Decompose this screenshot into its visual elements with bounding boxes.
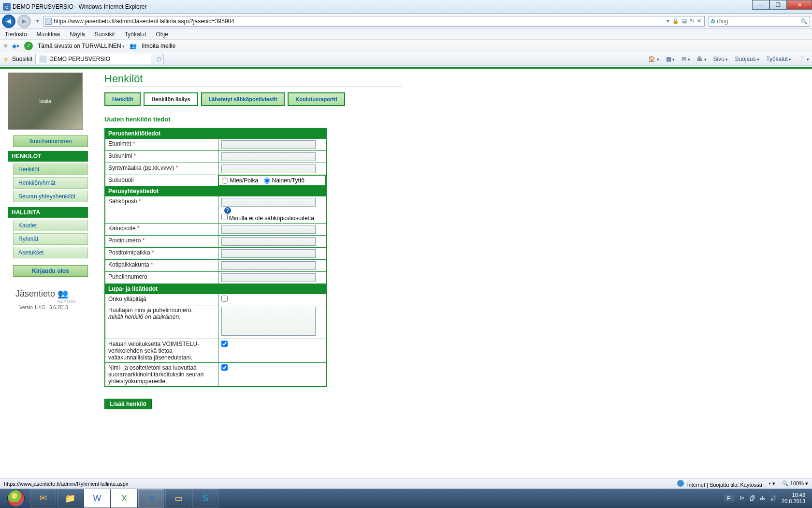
label-permission-news: Haluan veloituksetta VOIMISTELU-verkkole… xyxy=(105,339,218,363)
sidebar-item-groups[interactable]: Henkilöryhmät xyxy=(13,177,88,189)
add-person-button[interactable]: Lisää henkilö xyxy=(104,399,152,409)
safe-label[interactable]: Tämä sivusto on TURVALLINEN xyxy=(38,43,125,49)
tray-flag-icon[interactable]: 🏳 xyxy=(740,495,745,501)
lang-indicator[interactable]: FI xyxy=(724,494,735,502)
section-permissions: Lupa- ja lisätiedot xyxy=(105,284,326,294)
lock-icon[interactable]: 🔒 xyxy=(672,18,679,24)
radio-female[interactable] xyxy=(264,178,270,184)
toolbar-icon[interactable]: ◆▾ xyxy=(12,43,19,49)
tools-menu[interactable]: Työkalut xyxy=(766,56,791,62)
sidebar-item-people[interactable]: Henkilöt xyxy=(13,164,88,175)
compat-view-icon[interactable]: ▤ xyxy=(682,18,687,24)
recent-pages-dropdown[interactable]: ▾ xyxy=(33,18,42,24)
tray-network-icon[interactable]: 🖧 xyxy=(760,495,765,501)
tab-training-report[interactable]: Koulutusraportti xyxy=(288,92,345,106)
tray-battery-icon[interactable]: 🗍 xyxy=(750,495,755,501)
checkbox-noemail[interactable] xyxy=(221,214,228,220)
back-button[interactable]: ◄ xyxy=(2,15,15,28)
address-bar[interactable]: https://www.jasentieto.fi/admin/Jasenten… xyxy=(44,16,705,27)
menu-tools[interactable]: Työkalut xyxy=(125,31,146,38)
start-button[interactable] xyxy=(3,489,29,508)
report-link[interactable]: Ilmoita meille xyxy=(142,43,175,49)
taskbar-explorer[interactable]: 📁 xyxy=(57,489,83,508)
input-hometown[interactable] xyxy=(221,261,316,270)
print-icon[interactable]: 🖶 xyxy=(697,56,707,62)
input-phone[interactable] xyxy=(221,273,316,282)
brand-sub: NEPTON xyxy=(15,299,90,304)
tab-add-person[interactable]: Henkilön lisäys xyxy=(144,92,198,106)
label-postoffice: Postitoimipaikka xyxy=(108,249,150,256)
email-help-icon[interactable]: ? xyxy=(224,207,231,214)
radio-male[interactable] xyxy=(222,178,228,184)
menu-favorites[interactable]: Suosikit xyxy=(95,31,115,38)
sidebar-item-teamgroups[interactable]: Ryhmät xyxy=(13,233,88,245)
label-noemail: Minulla ei ole sähköpostiosoitetta. xyxy=(229,215,316,222)
maximize-button[interactable]: ❐ xyxy=(769,0,787,10)
input-birthdate[interactable] xyxy=(221,164,316,173)
status-url: https://www.jasentieto.fi/admin/RyhmienH… xyxy=(4,481,128,487)
help-menu-icon[interactable]: ❔ xyxy=(798,56,809,62)
menu-help[interactable]: Ohje xyxy=(156,31,168,38)
checkbox-admin[interactable] xyxy=(221,296,228,302)
browser-nav-row: ◄ ► ▾ https://www.jasentieto.fi/admin/Ja… xyxy=(0,14,812,29)
browser-menu-bar: Tiedosto Muokkaa Näytä Suosikit Työkalut… xyxy=(0,29,812,40)
zoom-control[interactable]: 🔍 100% ▾ xyxy=(782,480,808,487)
input-firstname[interactable] xyxy=(221,140,316,149)
safety-menu[interactable]: Suojaus xyxy=(735,56,759,62)
input-email[interactable] xyxy=(221,198,316,207)
sidebar-item-seasons[interactable]: Kaudet xyxy=(13,220,88,231)
internet-zone-icon xyxy=(677,480,684,487)
favorites-label[interactable]: Suosikit xyxy=(12,56,32,62)
protected-mode-dropdown[interactable]: ▪ ▾ xyxy=(769,480,775,487)
checkbox-permission-marketing[interactable] xyxy=(221,364,228,371)
zoom-value: 100% xyxy=(790,480,804,486)
forward-button[interactable]: ► xyxy=(17,15,31,28)
menu-file[interactable]: Tiedosto xyxy=(5,31,27,38)
browser-tab[interactable]: DEMO PERUSVERSIO xyxy=(35,54,151,64)
input-postcode[interactable] xyxy=(221,237,316,246)
search-input[interactable] xyxy=(717,18,798,25)
tab-people[interactable]: Henkilöt xyxy=(104,92,141,106)
tab-sent-emails[interactable]: Lähetetyt sähköpostiviestit xyxy=(201,92,285,106)
page-menu[interactable]: Sivu xyxy=(713,56,728,62)
section-basic: Perushenkilötiedot xyxy=(105,128,326,139)
tray-clock[interactable]: 10:43 20.8.2013 xyxy=(782,492,805,505)
checkbox-permission-news[interactable] xyxy=(221,341,228,347)
stop-icon[interactable]: ✕ xyxy=(697,18,701,24)
label-guardian-1: Huoltajan nimi ja puhelinnumero, xyxy=(108,307,193,314)
feeds-icon[interactable]: ▦ xyxy=(666,56,675,62)
input-lastname[interactable] xyxy=(221,152,316,161)
person-form: Perushenkilötiedot Etunimet * Sukunimi *… xyxy=(104,128,327,387)
taskbar-word[interactable]: W xyxy=(84,489,110,508)
taskbar-sticky[interactable]: ▭ xyxy=(165,489,191,508)
search-submit-icon[interactable]: 🔍 xyxy=(800,18,808,25)
new-tab-button[interactable]: ▢ xyxy=(154,54,164,64)
browser-search-box[interactable]: b 🔍 xyxy=(709,16,810,27)
input-street[interactable] xyxy=(221,225,316,234)
input-postoffice[interactable] xyxy=(221,249,316,258)
taskbar-outlook[interactable]: ✉ xyxy=(30,489,56,508)
taskbar-ie[interactable]: e xyxy=(138,489,164,508)
minimize-button[interactable]: ─ xyxy=(752,0,769,10)
favorites-row: ★ Suosikit DEMO PERUSVERSIO ▢ 🏠 ▦ ✉ 🖶 Si… xyxy=(0,52,812,66)
mail-icon[interactable]: ✉ xyxy=(682,56,690,62)
label-admin: Onko ylläpitäjä xyxy=(105,294,218,305)
taskbar-excel[interactable]: X xyxy=(111,489,137,508)
label-male: Mies/Poika xyxy=(230,177,259,184)
close-button[interactable]: ✕ xyxy=(787,0,812,10)
menu-edit[interactable]: Muokkaa xyxy=(37,31,60,38)
close-toolbar-icon[interactable]: × xyxy=(4,43,7,49)
favorites-star-icon[interactable]: ★ xyxy=(3,55,9,63)
sidebar-item-settings[interactable]: Asetukset xyxy=(13,247,88,258)
logout-button[interactable]: Kirjaudu ulos xyxy=(13,265,88,277)
dropdown-icon[interactable]: ▾ xyxy=(667,18,669,24)
tray-volume-icon[interactable]: 🔊 xyxy=(770,495,777,502)
textarea-guardian[interactable] xyxy=(221,307,316,336)
home-icon[interactable]: 🏠 xyxy=(648,56,659,62)
sidebar-item-contacts[interactable]: Seuran yhteyshenkilöt xyxy=(13,191,88,202)
taskbar-skype[interactable]: S xyxy=(192,489,218,508)
menu-view[interactable]: Näytä xyxy=(70,31,85,38)
refresh-icon[interactable]: ↻ xyxy=(690,18,694,24)
register-button[interactable]: Ilmoittautuminen xyxy=(13,135,88,147)
label-postcode: Postinumero xyxy=(108,237,141,244)
